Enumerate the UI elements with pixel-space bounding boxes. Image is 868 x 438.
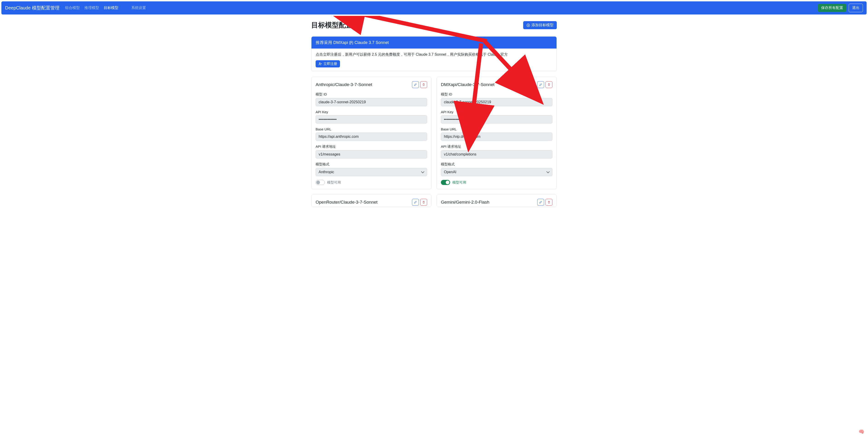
card-actions [537,199,552,206]
edit-button[interactable] [412,81,419,88]
trash-icon [422,200,425,204]
delete-button[interactable] [420,199,427,206]
model-format-label: 模型格式 [316,162,427,167]
card-title: Anthropic/Claude-3-7-Sonnet [316,82,372,87]
page-title: 目标模型配置 [311,21,352,30]
card-actions [412,199,427,206]
base-url-label: Base URL [441,127,552,131]
model-id-label: 模型 ID [441,92,552,97]
model-id-input[interactable] [441,98,552,106]
edit-button[interactable] [412,199,419,206]
api-path-input[interactable] [441,150,552,158]
navbar-right: 保存所有配置 退出 [818,4,863,12]
card-title: Gemini/Gemini-2.0-Flash [441,200,489,205]
api-key-label: API Key [441,110,552,114]
base-url-label: Base URL [316,127,427,131]
enabled-toggle[interactable] [316,180,325,185]
delete-button[interactable] [420,81,427,88]
pencil-icon [539,200,542,204]
promo-body: 点击立即注册后，新用户可以获得 2.5 元的免费额度，可用于 Claude 3.… [311,49,557,71]
toggle-row: 模型可用 [441,180,552,185]
navbar: DeepClaude 模型配置管理 组合模型 推理模型 目标模型 xx 系统设置… [1,1,867,14]
api-key-input[interactable] [441,115,552,123]
api-path-label: API 请求地址 [441,144,552,149]
card-header: DMXapi/Claude-3-7-Sonnet [441,81,552,88]
card-header: OpenRouter/Claude-3-7-Sonnet [316,199,427,206]
card-title: DMXapi/Claude-3-7-Sonnet [441,82,494,87]
pencil-icon [539,83,542,87]
card-actions [412,81,427,88]
api-key-label: API Key [316,110,427,114]
promo-desc: 点击立即注册后，新用户可以获得 2.5 元的免费额度，可用于 Claude 3.… [316,52,552,57]
navbar-brand: DeepClaude 模型配置管理 [5,5,60,11]
plus-circle-icon [526,24,530,27]
pencil-icon [414,200,417,204]
api-path-label: API 请求地址 [316,144,427,149]
model-format-select[interactable]: OpenAI [441,168,552,176]
card-actions [537,81,552,88]
enabled-label: 模型可用 [453,180,466,185]
add-target-model-button[interactable]: 添加目标模型 [523,21,557,29]
base-url-input[interactable] [316,133,427,141]
delete-button[interactable] [546,81,552,88]
model-card-dmxapi: DMXapi/Claude-3-7-Sonnet 模型 ID API Key B… [437,77,557,189]
page-header: 目标模型配置 添加目标模型 [311,21,557,30]
nav-links: 组合模型 推理模型 目标模型 xx 系统设置 [65,5,818,10]
model-format-select[interactable]: Anthropic [316,168,427,176]
edit-button[interactable] [537,199,544,206]
api-path-input[interactable] [316,150,427,158]
model-id-label: 模型 ID [316,92,427,97]
enabled-toggle[interactable] [441,180,450,185]
save-all-button[interactable]: 保存所有配置 [818,4,846,12]
card-title: OpenRouter/Claude-3-7-Sonnet [316,200,377,205]
main-container: 目标模型配置 添加目标模型 推荐采用 DMXapi 的 Claude 3.7 S… [308,16,560,211]
enabled-label: 模型可用 [327,180,341,185]
edit-button[interactable] [537,81,544,88]
base-url-input[interactable] [441,133,552,141]
nav-link-system[interactable]: 系统设置 [131,5,146,10]
register-label: 立即注册 [323,62,337,66]
trash-icon [548,200,550,204]
nav-link-combo[interactable]: 组合模型 [65,5,80,10]
user-plus-icon [318,62,322,66]
trash-icon [548,83,550,87]
register-button[interactable]: 立即注册 [316,60,340,67]
nav-link-inference[interactable]: 推理模型 [84,5,99,10]
add-target-model-label: 添加目标模型 [531,23,554,28]
model-card-openrouter: OpenRouter/Claude-3-7-Sonnet [311,194,431,207]
card-header: Anthropic/Claude-3-7-Sonnet [316,81,427,88]
api-key-input[interactable] [316,115,427,123]
toggle-row: 模型可用 [316,180,427,185]
logout-button[interactable]: 退出 [849,4,863,12]
model-card-gemini: Gemini/Gemini-2.0-Flash [437,194,557,207]
promo-card: 推荐采用 DMXapi 的 Claude 3.7 Sonnet 点击立即注册后，… [311,36,557,71]
model-grid: Anthropic/Claude-3-7-Sonnet 模型 ID API Ke… [311,77,557,207]
model-format-label: 模型格式 [441,162,552,167]
pencil-icon [414,83,417,87]
card-header: Gemini/Gemini-2.0-Flash [441,199,552,206]
svg-point-7 [319,63,320,64]
model-card-anthropic: Anthropic/Claude-3-7-Sonnet 模型 ID API Ke… [311,77,431,189]
delete-button[interactable] [546,199,552,206]
promo-header: 推荐采用 DMXapi 的 Claude 3.7 Sonnet [311,36,557,49]
model-id-input[interactable] [316,98,427,106]
nav-link-target[interactable]: 目标模型 [104,5,118,10]
trash-icon [422,83,425,87]
